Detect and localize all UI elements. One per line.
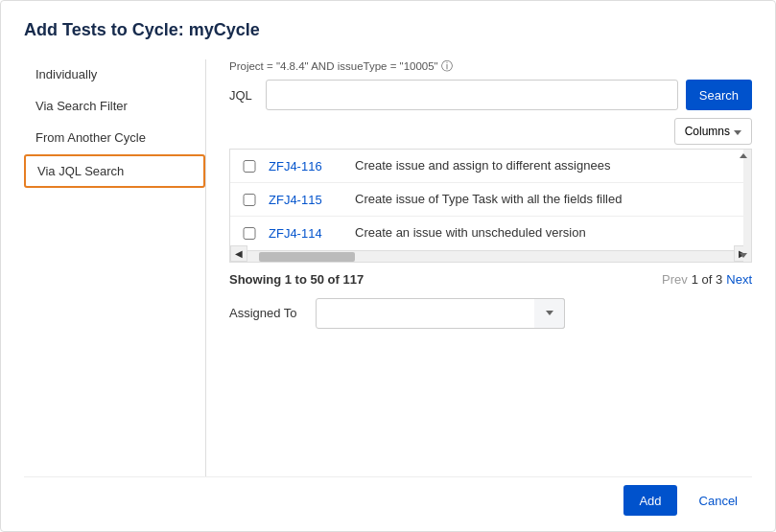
pagination-row: Showing 1 to 50 of 117 Prev 1 of 3 Next [229, 272, 752, 287]
row-id-3: ZFJ4-114 [269, 226, 355, 241]
columns-chevron-icon [734, 125, 741, 138]
add-button[interactable]: Add [623, 485, 676, 516]
jql-label: JQL [229, 88, 258, 103]
sidebar: Individually Via Search Filter From Anot… [24, 59, 206, 476]
footer: Add Cancel [24, 476, 752, 516]
scroll-down-icon [740, 253, 747, 258]
main-content: Project = "4.8.4" AND issueType = "10005… [206, 59, 752, 476]
cancel-button[interactable]: Cancel [685, 485, 752, 516]
assigned-to-select[interactable] [316, 298, 565, 329]
search-button[interactable]: Search [686, 80, 752, 110]
jql-input[interactable] [266, 80, 678, 110]
row-desc-2: Create issue of Type Task with all the f… [355, 191, 741, 208]
row-id-1: ZFJ4-116 [269, 159, 355, 173]
row-checkbox-1[interactable] [240, 160, 259, 173]
next-button[interactable]: Next [726, 272, 752, 287]
table-row: ZFJ4-114 Create an issue with unschedule… [230, 217, 751, 249]
assigned-to-label: Assigned To [229, 306, 306, 320]
sidebar-item-via-search-filter[interactable]: Via Search Filter [24, 91, 205, 121]
scrollbar-thumb [259, 252, 355, 262]
table-row: ZFJ4-116 Create issue and assign to diff… [230, 150, 751, 183]
vertical-scrollbar[interactable] [743, 150, 751, 262]
page-info: 1 of 3 [692, 272, 723, 287]
showing-text: Showing 1 to 50 of 117 [229, 272, 364, 287]
table-wrapper: ZFJ4-116 Create issue and assign to diff… [229, 149, 752, 263]
scroll-left-button[interactable]: ◀ [230, 245, 247, 262]
row-checkbox-3[interactable] [240, 227, 259, 240]
add-tests-dialog: Add Tests to Cycle: myCycle Individually… [0, 0, 776, 532]
row-desc-3: Create an issue with unscheduled version [355, 224, 741, 242]
sidebar-item-via-jql-search[interactable]: Via JQL Search [24, 154, 205, 188]
page-nav: Prev 1 of 3 Next [662, 272, 752, 287]
jql-hint: Project = "4.8.4" AND issueType = "10005… [229, 59, 752, 74]
columns-button[interactable]: Columns [674, 118, 752, 145]
assigned-to-select-wrapper [316, 298, 565, 329]
dialog-title: Add Tests to Cycle: myCycle [24, 20, 752, 40]
columns-label: Columns [685, 125, 730, 138]
horizontal-scrollbar[interactable]: ◀ ▶ [230, 250, 751, 262]
dialog-body: Individually Via Search Filter From Anot… [24, 59, 752, 476]
row-checkbox-2[interactable] [240, 194, 259, 206]
jql-row: JQL Search [229, 80, 752, 110]
table-row: ZFJ4-115 Create issue of Type Task with … [230, 183, 751, 217]
prev-button[interactable]: Prev [662, 272, 688, 287]
row-desc-1: Create issue and assign to different ass… [355, 157, 741, 174]
sidebar-item-from-another-cycle[interactable]: From Another Cycle [24, 123, 205, 152]
table-inner[interactable]: ZFJ4-116 Create issue and assign to diff… [230, 150, 751, 250]
scroll-up-icon [740, 153, 747, 158]
row-id-2: ZFJ4-115 [269, 193, 355, 207]
sidebar-item-individually[interactable]: Individually [24, 59, 205, 89]
assigned-row: Assigned To [229, 298, 752, 329]
columns-row: Columns [229, 118, 752, 145]
